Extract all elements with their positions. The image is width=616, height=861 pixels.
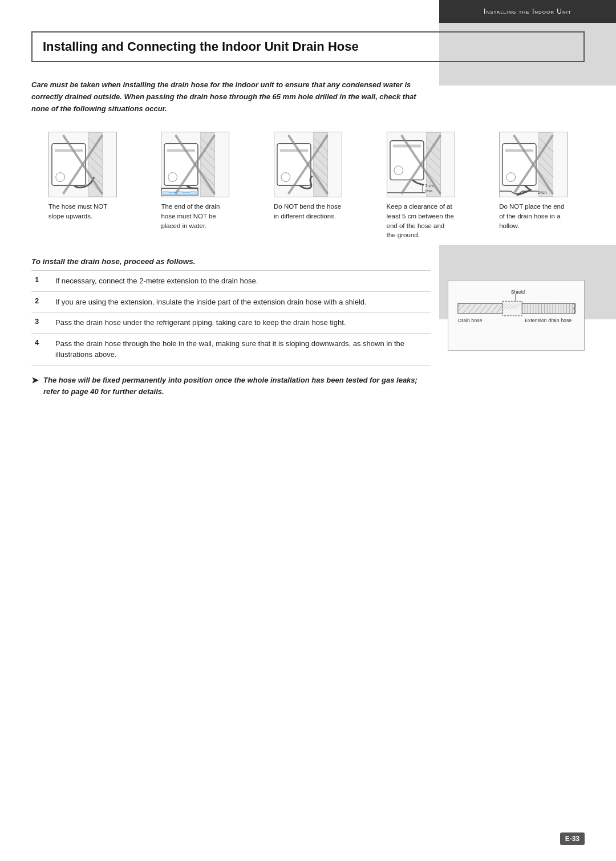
diagram-box-2 — [161, 132, 229, 197]
svg-text:less: less — [425, 189, 432, 193]
right-col: Shield — [448, 257, 585, 351]
svg-rect-89 — [522, 303, 575, 314]
note-row: ➤ The hose will be fixed permanently int… — [31, 375, 431, 397]
svg-text:5 cm: 5 cm — [425, 184, 433, 188]
table-row: 3 Pass the drain hose under the refriger… — [31, 312, 431, 334]
page-number: E-33 — [560, 832, 585, 845]
title-box: Installing and Connecting the Indoor Uni… — [31, 31, 585, 62]
svg-rect-71 — [458, 303, 502, 314]
svg-text:Shield: Shield — [511, 289, 525, 295]
hose-diagram-box: Shield — [448, 280, 585, 351]
intro-paragraph: Care must be taken when installing the d… — [31, 79, 419, 115]
diagram-3: Do NOT bend the hose in different direct… — [257, 132, 359, 221]
two-col-layout: To install the drain hose, proceed as fo… — [31, 257, 585, 397]
table-row: 2 If you are using the extension, insula… — [31, 291, 431, 312]
svg-rect-34 — [280, 149, 308, 152]
diagram-box-4: 5 cm less — [387, 132, 455, 197]
diagram-2-caption: The end of the drain hose must NOT be pl… — [161, 202, 229, 230]
diagrams-row: The hose must NOT slope upwards. — [31, 132, 585, 240]
note-arrow-icon: ➤ — [31, 375, 39, 385]
diagram-4: 5 cm less Keep a clearance of at least 5… — [370, 132, 472, 240]
svg-rect-20 — [167, 149, 195, 152]
table-row: 4 Pass the drain hose through the hole i… — [31, 333, 431, 365]
svg-rect-81 — [502, 301, 522, 315]
step-num-1: 1 — [31, 271, 52, 292]
steps-heading: To install the drain hose, proceed as fo… — [31, 257, 431, 266]
diagram-1-caption: The hose must NOT slope upwards. — [48, 202, 117, 221]
diagram-box-1 — [48, 132, 117, 197]
diagram-3-caption: Do NOT bend the hose in different direct… — [274, 202, 342, 221]
step-num-4: 4 — [31, 333, 52, 365]
table-row: 1 If necessary, connect the 2-metre exte… — [31, 271, 431, 292]
diagram-5: Ditch Do NOT place the end of the drain … — [482, 132, 585, 230]
diagram-4-caption: Keep a clearance of at least 5 cm betwee… — [387, 202, 455, 240]
diagram-5-caption: Do NOT place the end of the drain hose i… — [499, 202, 568, 230]
svg-text:Drain hose: Drain hose — [458, 318, 483, 324]
svg-text:Extension drain hose: Extension drain hose — [525, 318, 572, 324]
diagram-box-3 — [274, 132, 342, 197]
diagram-box-5: Ditch — [499, 132, 568, 197]
diagram-1: The hose must NOT slope upwards. — [31, 132, 134, 221]
svg-rect-8 — [55, 149, 83, 152]
page-title: Installing and Connecting the Indoor Uni… — [43, 39, 573, 54]
steps-table: 1 If necessary, connect the 2-metre exte… — [31, 270, 431, 365]
svg-rect-64 — [505, 149, 533, 152]
left-col: To install the drain hose, proceed as fo… — [31, 257, 431, 397]
step-text-2: If you are using the extension, insulate… — [52, 291, 431, 312]
svg-text:Ditch: Ditch — [538, 190, 547, 194]
step-text-3: Pass the drain hose under the refrigeran… — [52, 312, 431, 334]
step-text-1: If necessary, connect the 2-metre extens… — [52, 271, 431, 292]
diagram-2: The end of the drain hose must NOT be pl… — [144, 132, 247, 230]
step-text-4: Pass the drain hose through the hole in … — [52, 333, 431, 365]
step-num-2: 2 — [31, 291, 52, 312]
step-num-3: 3 — [31, 312, 52, 334]
note-text: The hose will be fixed permanently into … — [43, 375, 431, 397]
